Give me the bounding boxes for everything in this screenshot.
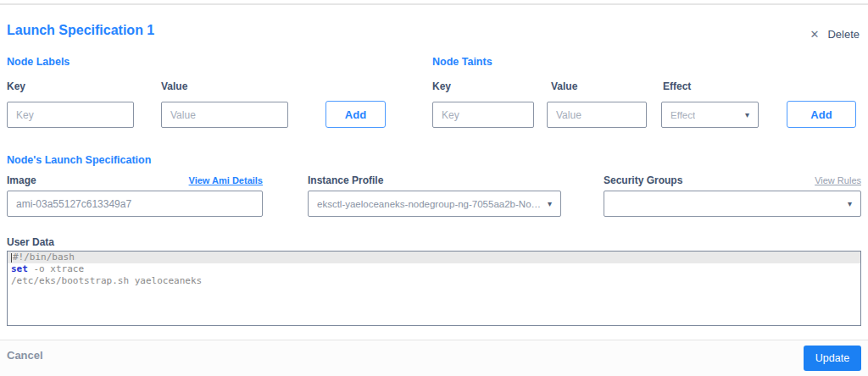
effect-select-placeholder: Effect — [670, 110, 695, 120]
page-title: Launch Specification 1 — [7, 23, 154, 38]
code-keyword: set — [11, 263, 28, 274]
code-line-3-text: /etc/eks/bootstrap.sh yaeloceaneks — [11, 275, 202, 286]
node-taints-effect-select[interactable]: Effect ▾ — [661, 102, 759, 128]
code-line-1: #!/bin/bash — [8, 252, 860, 263]
node-taints-key-input[interactable] — [432, 102, 534, 128]
node-taints-effect-label: Effect — [663, 80, 691, 92]
delete-button[interactable]: ✕ Delete — [810, 28, 860, 41]
delete-button-label: Delete — [827, 28, 860, 41]
node-taints-add-button[interactable]: Add — [787, 101, 856, 128]
chevron-down-icon: ▾ — [548, 199, 552, 208]
node-labels-key-input[interactable] — [7, 102, 134, 128]
footer-bar — [0, 340, 868, 376]
node-taints-value-label: Value — [551, 80, 577, 92]
instance-profile-select[interactable]: eksctl-yaeloceaneks-nodegroup-ng-7055aa2… — [308, 191, 561, 217]
chevron-down-icon: ▾ — [745, 110, 749, 119]
text-cursor — [11, 253, 12, 263]
instance-profile-value: eksctl-yaeloceaneks-nodegroup-ng-7055aa2… — [317, 199, 542, 209]
top-divider — [0, 3, 868, 5]
code-line-2-text: -o xtrace — [28, 263, 84, 274]
node-labels-key-label: Key — [7, 80, 25, 92]
node-taints-heading: Node Taints — [432, 56, 492, 68]
image-input[interactable] — [7, 191, 263, 217]
node-labels-heading: Node Labels — [7, 56, 70, 68]
image-label: Image — [7, 174, 36, 186]
node-taints-value-input[interactable] — [547, 102, 647, 128]
node-labels-value-label: Value — [161, 80, 187, 92]
instance-profile-label: Instance Profile — [308, 174, 383, 186]
node-taints-key-label: Key — [432, 80, 451, 92]
view-ami-details-link[interactable]: View Ami Details — [189, 175, 263, 185]
cancel-button[interactable]: Cancel — [7, 349, 43, 362]
user-data-editor[interactable]: #!/bin/bash set -o xtrace /etc/eks/boots… — [7, 251, 861, 326]
launch-spec-heading: Node's Launch Specification — [7, 154, 151, 166]
launch-spec-panel: Launch Specification 1 ✕ Delete Node Lab… — [0, 0, 868, 376]
node-labels-add-button[interactable]: Add — [326, 101, 386, 128]
security-groups-select[interactable]: ▾ — [604, 191, 861, 217]
code-line-3: /etc/eks/bootstrap.sh yaeloceaneks — [8, 275, 860, 287]
code-line-1-text: #!/bin/bash — [13, 252, 75, 263]
user-data-label: User Data — [7, 236, 54, 248]
close-icon: ✕ — [810, 29, 820, 40]
node-labels-value-input[interactable] — [161, 102, 288, 128]
security-groups-label: Security Groups — [604, 174, 682, 186]
code-line-2: set -o xtrace — [8, 263, 860, 275]
update-button[interactable]: Update — [804, 346, 861, 371]
chevron-down-icon: ▾ — [848, 199, 852, 208]
view-rules-link[interactable]: View Rules — [815, 175, 861, 185]
